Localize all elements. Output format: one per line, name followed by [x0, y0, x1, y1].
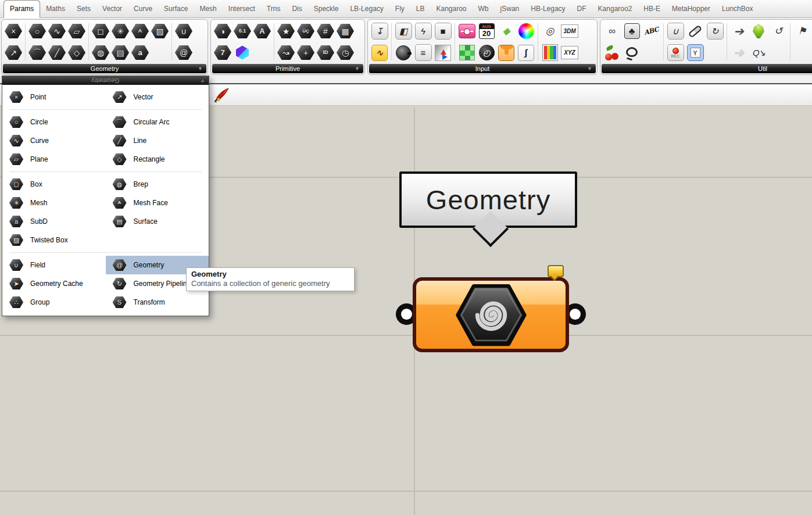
history-button[interactable]: ↺	[768, 20, 788, 42]
colour-swatch-button[interactable]	[457, 20, 477, 42]
text-param-button[interactable]: A	[252, 20, 272, 42]
menu-item-mesh[interactable]: ✳Mesh	[2, 194, 106, 212]
tab-params[interactable]: Params	[3, 0, 40, 18]
script-abc-button[interactable]: ABC	[642, 20, 661, 42]
funnel-button[interactable]: Y	[685, 42, 705, 63]
tab-mesh[interactable]: Mesh	[194, 1, 222, 17]
matrix-param-button[interactable]: #	[316, 20, 335, 42]
menu-item-point[interactable]: ×Point	[2, 88, 106, 106]
plane-param-button[interactable]: ▱	[67, 20, 87, 42]
u-shape-button[interactable]: ∪	[666, 20, 685, 42]
time-param-button[interactable]: ◷	[335, 42, 355, 63]
tab-lb-legacy[interactable]: LB-Legacy	[344, 1, 389, 17]
tab-maths[interactable]: Maths	[40, 1, 71, 17]
redo-button[interactable]: ↻	[705, 20, 725, 42]
value-list-button[interactable]: ≡	[413, 42, 433, 63]
tab-vector[interactable]: Vector	[96, 1, 128, 17]
rectangle-param-button[interactable]: ◇	[67, 42, 87, 63]
line-param-button[interactable]: ╱	[47, 42, 67, 63]
colour-bars-button[interactable]	[540, 42, 560, 63]
geometry-param-component[interactable]	[413, 277, 569, 352]
guid-param-button[interactable]: ID	[316, 42, 335, 63]
image-sampler-button[interactable]	[457, 42, 477, 63]
calendar-button[interactable]: AUG20	[477, 20, 496, 42]
capsule-button[interactable]	[685, 20, 705, 42]
tab-kangaroo[interactable]: Kangaroo	[431, 1, 473, 17]
graph-mapper-button[interactable]: ∫	[516, 42, 536, 63]
hops-button[interactable]	[749, 20, 768, 42]
arrow-light-button[interactable]: ➔	[729, 42, 749, 63]
menu-item-twisted-box[interactable]: ▨Twisted Box	[2, 231, 106, 249]
menu-item-vector[interactable]: ↗Vector	[106, 88, 209, 106]
tab-metahopper[interactable]: MetaHopper	[666, 1, 716, 17]
menu-item-curve[interactable]: ∿Curve	[2, 131, 106, 150]
boolean-param-button[interactable]: ◑	[213, 20, 232, 42]
knob-button[interactable]	[394, 42, 413, 63]
tab-lb[interactable]: LB	[410, 1, 431, 17]
sketch-button[interactable]: ∿	[370, 42, 389, 63]
subd-param-button[interactable]: a	[130, 42, 150, 63]
record-button[interactable]: REC	[666, 42, 685, 63]
menu-item-field[interactable]: ∪Field	[2, 256, 106, 274]
flag-button[interactable]: ⚑	[792, 20, 812, 42]
menu-item-line[interactable]: ╱Line	[106, 131, 209, 150]
menu-item-group[interactable]: ∴Group	[2, 293, 106, 312]
geometry-param-button[interactable]: @	[174, 42, 194, 63]
tab-curve[interactable]: Curve	[128, 1, 158, 17]
curve-param-button[interactable]: ∿	[47, 20, 67, 42]
sketch-quill-icon[interactable]	[214, 87, 230, 102]
tab-lunchbox[interactable]: LunchBox	[716, 1, 759, 17]
gradient-button[interactable]	[433, 42, 453, 63]
cherries-button[interactable]	[602, 42, 622, 63]
tab-sets[interactable]: Sets	[71, 1, 96, 17]
domain-param-button[interactable]: ↝	[276, 42, 296, 63]
menu-item-geometry-cache[interactable]: ➤Geometry Cache	[2, 274, 106, 293]
circular-arc-param-button[interactable]: ⌒	[27, 42, 47, 63]
surface-param-button[interactable]: ▤	[110, 42, 130, 63]
origin-button[interactable]: ◎	[540, 20, 560, 42]
tab-intersect[interactable]: Intersect	[223, 1, 261, 17]
tab-jswan[interactable]: jSwan	[495, 1, 525, 17]
twisted-box-param-button[interactable]: ▨	[150, 20, 170, 42]
brep-param-button[interactable]: ◍	[91, 42, 110, 63]
culture-param-button[interactable]: ÜÇ	[296, 20, 316, 42]
panel-label-primitive[interactable]: Primitive ▼	[212, 64, 363, 73]
panel-label-geometry[interactable]: Geometry ▼	[3, 64, 206, 73]
panel-label-util[interactable]: Util	[602, 64, 812, 73]
warning-balloon-icon[interactable]	[548, 265, 564, 277]
menu-item-transform[interactable]: STransform	[106, 293, 209, 312]
tab-trns[interactable]: Trns	[261, 1, 287, 17]
paint-drip-button[interactable]	[496, 42, 516, 63]
menu-item-mesh-face[interactable]: AMesh Face	[106, 194, 209, 212]
spectacles-button[interactable]: ∞	[602, 20, 622, 42]
tab-hb-e[interactable]: HB-E	[638, 1, 666, 17]
vector-param-button[interactable]: ↗	[3, 42, 23, 63]
field-param-button[interactable]: ∪	[174, 20, 194, 42]
tab-surface[interactable]: Surface	[158, 1, 194, 17]
tab-df[interactable]: DF	[571, 1, 592, 17]
menu-item-rectangle[interactable]: ◇Rectangle	[106, 150, 209, 169]
colour-param-button[interactable]	[232, 42, 252, 63]
menu-item-circular-arc[interactable]: ⌒Circular Arc	[106, 113, 209, 131]
q-arrow-button[interactable]: Q↘	[749, 42, 768, 63]
menu-item-circle[interactable]: ○Circle	[2, 113, 106, 131]
relay-button[interactable]: ϟ	[413, 20, 433, 42]
lasso-button[interactable]	[622, 42, 642, 63]
menu-item-subd[interactable]: aSubD	[2, 212, 106, 231]
rhino-3dm-button[interactable]: 3DM	[560, 20, 580, 42]
tree-view-button[interactable]: ♣	[622, 20, 642, 42]
mesh-param-button[interactable]: ✳	[110, 20, 130, 42]
tab-fly[interactable]: Fly	[389, 1, 410, 17]
circle-param-button[interactable]: ○	[27, 20, 47, 42]
gem-button[interactable]: ◆	[496, 20, 516, 42]
point-xyz-button[interactable]: XYZ	[560, 42, 580, 63]
point-param-button[interactable]: ×	[3, 20, 23, 42]
colour-wheel-button[interactable]	[516, 20, 536, 42]
tab-dis[interactable]: Dis	[286, 1, 307, 17]
import-button[interactable]: ↧	[370, 20, 389, 42]
menu-item-surface[interactable]: ▤Surface	[106, 212, 209, 231]
box-param-button[interactable]: ◻	[91, 20, 110, 42]
menu-item-box[interactable]: ◻Box	[2, 175, 106, 194]
panel-button[interactable]: ■	[433, 20, 453, 42]
number-param-button[interactable]: 0.1	[232, 20, 252, 42]
